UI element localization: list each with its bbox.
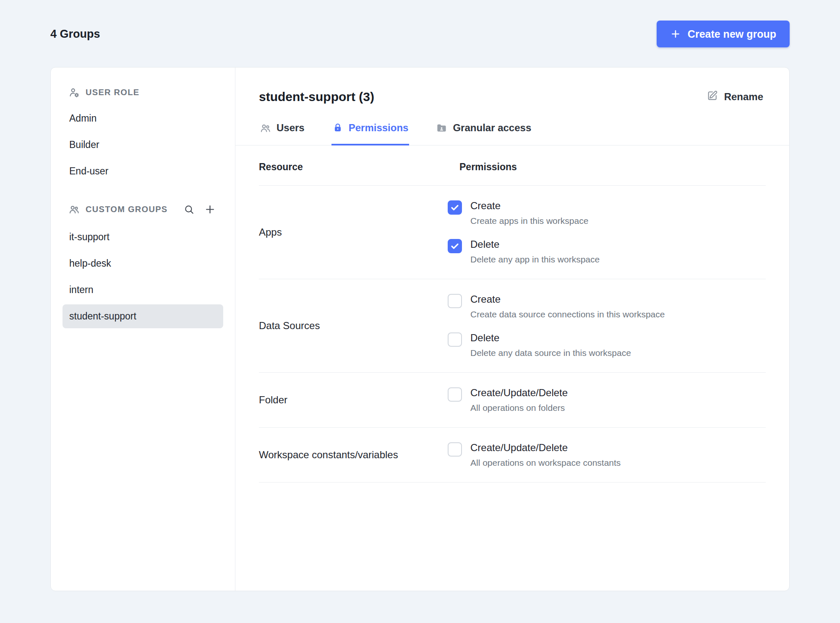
rename-button[interactable]: Rename	[704, 89, 766, 104]
permission-description: All operations on folders	[470, 403, 568, 413]
resource-label: Workspace constants/variables	[259, 449, 448, 461]
permission-item: Create/Update/Delete All operations on w…	[448, 442, 621, 468]
permission-description: All operations on workspace constants	[470, 458, 621, 468]
permission-item: Create/Update/Delete All operations on f…	[448, 387, 568, 413]
folder-user-icon	[436, 122, 447, 134]
custom-groups-header-label: CUSTOM GROUPS	[86, 205, 167, 214]
resource-label: Apps	[259, 226, 448, 238]
user-role-header-label: USER ROLE	[86, 88, 139, 97]
permission-label: Create/Update/Delete	[470, 442, 621, 454]
custom-groups-list: it-support help-desk intern student-supp…	[63, 225, 223, 328]
rename-label: Rename	[724, 91, 763, 103]
permission-item: Create Create data source connections in…	[448, 293, 665, 319]
folder-cud-checkbox[interactable]	[448, 387, 462, 402]
create-new-group-label: Create new group	[688, 28, 776, 40]
sidebar-item-it-support[interactable]: it-support	[63, 225, 223, 249]
permission-label: Delete	[470, 332, 631, 344]
users-icon	[68, 204, 80, 215]
users-icon	[260, 122, 271, 134]
apps-delete-checkbox[interactable]	[448, 239, 462, 253]
sidebar-item-intern[interactable]: intern	[63, 278, 223, 302]
permission-item: Delete Delete any data source in this wo…	[448, 332, 665, 358]
sidebar-item-builder[interactable]: Builder	[63, 133, 223, 157]
tab-users-label: Users	[277, 122, 305, 134]
group-detail-panel: student-support (3) Rename	[235, 67, 789, 591]
sidebar: USER ROLE Admin Builder End-user CUSTOM …	[51, 67, 235, 591]
permission-label: Create/Update/Delete	[470, 387, 568, 399]
resource-label: Data Sources	[259, 320, 448, 332]
workspace-constants-cud-checkbox[interactable]	[448, 442, 462, 457]
permissions-column-header: Permissions	[448, 161, 517, 173]
groups-page: 4 Groups Create new group USER R	[0, 0, 840, 623]
permission-description: Create apps in this workspace	[470, 216, 588, 226]
table-row: Apps Create Create apps in this workspac…	[259, 185, 766, 279]
permission-label: Create	[470, 200, 588, 212]
permission-description: Delete any data source in this workspace	[470, 348, 631, 358]
table-header-row: Resource Permissions	[259, 145, 766, 185]
user-role-list: Admin Builder End-user	[63, 106, 223, 183]
tab-granular-access[interactable]: Granular access	[435, 120, 532, 145]
tab-users[interactable]: Users	[259, 120, 305, 145]
table-row: Data Sources Create Create data source c…	[259, 279, 766, 372]
tab-permissions-label: Permissions	[349, 122, 409, 134]
add-group-icon[interactable]	[202, 202, 217, 217]
permission-item: Delete Delete any app in this workspace	[448, 239, 600, 265]
user-role-header: USER ROLE	[63, 87, 223, 98]
table-row: Workspace constants/variables Create/Upd…	[259, 427, 766, 483]
user-gear-icon	[68, 87, 80, 98]
sidebar-item-help-desk[interactable]: help-desk	[63, 252, 223, 275]
tab-permissions[interactable]: Permissions	[331, 120, 410, 145]
edit-pencil-icon	[707, 90, 718, 104]
apps-create-checkbox[interactable]	[448, 200, 462, 215]
page-title: 4 Groups	[50, 28, 100, 41]
resource-column-header: Resource	[259, 161, 448, 173]
permission-description: Delete any app in this workspace	[470, 254, 600, 265]
group-title: student-support (3)	[259, 90, 374, 104]
permissions-table: Resource Permissions Apps Create C	[235, 145, 789, 483]
create-new-group-button[interactable]: Create new group	[657, 21, 790, 47]
lock-icon	[332, 122, 343, 133]
groups-card: USER ROLE Admin Builder End-user CUSTOM …	[50, 67, 790, 591]
permission-label: Create	[470, 293, 665, 305]
topbar: 4 Groups Create new group	[50, 20, 790, 48]
group-detail-header: student-support (3) Rename	[235, 67, 789, 104]
custom-groups-header: CUSTOM GROUPS	[63, 202, 223, 217]
tab-granular-access-label: Granular access	[453, 122, 531, 134]
datasources-delete-checkbox[interactable]	[448, 332, 462, 347]
sidebar-item-admin[interactable]: Admin	[63, 106, 223, 130]
table-row: Folder Create/Update/Delete All operatio…	[259, 372, 766, 427]
sidebar-item-student-support[interactable]: student-support	[63, 304, 223, 328]
permission-label: Delete	[470, 239, 600, 250]
permission-description: Create data source connections in this w…	[470, 309, 665, 319]
sidebar-item-end-user[interactable]: End-user	[63, 159, 223, 183]
datasources-create-checkbox[interactable]	[448, 294, 462, 308]
plus-icon	[670, 29, 681, 39]
resource-label: Folder	[259, 394, 448, 406]
tabs-bar: Users Permissions	[235, 120, 789, 145]
permission-item: Create Create apps in this workspace	[448, 200, 600, 226]
search-icon[interactable]	[181, 202, 196, 217]
